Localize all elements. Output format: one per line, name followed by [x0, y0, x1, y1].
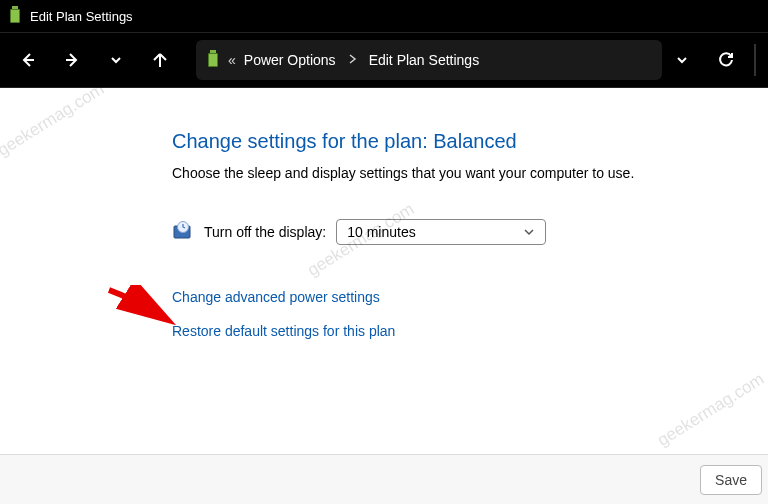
svg-rect-3 — [210, 50, 216, 53]
separator — [754, 44, 756, 76]
breadcrumb-edit-plan[interactable]: Edit Plan Settings — [369, 52, 480, 68]
link-advanced-power-settings[interactable]: Change advanced power settings — [172, 289, 768, 305]
page-subtext: Choose the sleep and display settings th… — [172, 165, 768, 181]
svg-rect-0 — [12, 6, 18, 9]
up-button[interactable] — [140, 40, 180, 80]
content-area: Change settings for the plan: Balanced C… — [0, 88, 768, 339]
address-bar[interactable]: « Power Options Edit Plan Settings — [196, 40, 662, 80]
page-heading: Change settings for the plan: Balanced — [172, 130, 768, 153]
watermark: geekermag.com — [654, 369, 768, 451]
monitor-clock-icon — [172, 220, 194, 245]
link-restore-defaults[interactable]: Restore default settings for this plan — [172, 323, 768, 339]
history-dropdown[interactable] — [96, 40, 136, 80]
save-button[interactable]: Save — [700, 465, 762, 495]
chevron-right-icon — [344, 52, 361, 68]
display-timeout-value: 10 minutes — [347, 224, 415, 240]
display-timeout-dropdown[interactable]: 10 minutes — [336, 219, 546, 245]
window-title: Edit Plan Settings — [30, 9, 133, 24]
toolbar: « Power Options Edit Plan Settings — [0, 32, 768, 88]
battery-icon — [206, 50, 220, 71]
footer: Save — [0, 454, 768, 504]
breadcrumb-power-options[interactable]: Power Options — [244, 52, 336, 68]
refresh-button[interactable] — [706, 40, 746, 80]
display-timeout-row: Turn off the display: 10 minutes — [172, 219, 768, 245]
display-timeout-label: Turn off the display: — [172, 220, 326, 245]
chevron-down-icon — [523, 224, 535, 240]
back-button[interactable] — [8, 40, 48, 80]
svg-rect-5 — [209, 54, 217, 66]
svg-rect-2 — [11, 10, 19, 22]
address-dropdown[interactable] — [662, 40, 702, 80]
titlebar: Edit Plan Settings — [0, 0, 768, 32]
forward-button[interactable] — [52, 40, 92, 80]
breadcrumb-prefix: « — [228, 52, 236, 68]
display-timeout-text: Turn off the display: — [204, 224, 326, 240]
battery-icon — [8, 6, 22, 27]
